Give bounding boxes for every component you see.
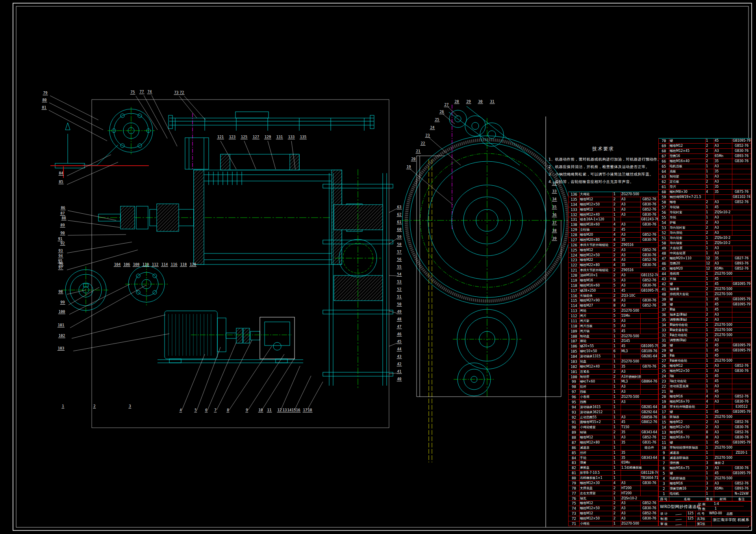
- scale-value: 1:4: [714, 502, 719, 506]
- part-material: 45: [714, 410, 732, 414]
- view-drum-section: [98, 154, 365, 264]
- part-material: 45: [714, 353, 732, 358]
- part-no: 62: [659, 179, 669, 184]
- part-no: 50: [659, 241, 669, 246]
- part-row-102: 102螺钉M12×40135GB70-76: [569, 364, 658, 370]
- part-row-89: 89销轴235GB343-64: [569, 430, 658, 435]
- callout-19: 19: [406, 165, 411, 169]
- part-name: 螺栓M27×90: [579, 298, 613, 303]
- part-material: ZG270-500: [714, 358, 751, 363]
- part-qty: 2: [613, 486, 621, 491]
- callout-90: 90: [60, 231, 65, 235]
- callout-29: 29: [466, 100, 471, 104]
- part-qty: 1: [613, 400, 621, 405]
- callout-8: 8: [226, 408, 229, 412]
- part-no: 36: [659, 312, 669, 317]
- part-row-68: 68螺栓M12×452A3GB30-76: [659, 149, 751, 154]
- sheets-total: 共3张: [697, 517, 705, 521]
- callout-1: 1: [61, 404, 64, 408]
- part-qty: 2: [613, 248, 621, 253]
- part-standard: [640, 451, 658, 455]
- callout-9: 9: [245, 408, 248, 412]
- callout-44: 44: [397, 347, 402, 351]
- part-material: 45: [714, 374, 732, 379]
- part-name: 螺母M16: [669, 394, 705, 399]
- part-row-17: 17键145GB1095-79: [659, 410, 751, 415]
- part-row-118: 118螺栓M16×605A3GB30-76: [569, 283, 658, 288]
- callout-12: 12: [277, 408, 282, 412]
- callout-88: 88: [61, 216, 67, 220]
- part-name: Ⅲ轴: [669, 307, 705, 312]
- part-material: 35: [714, 190, 732, 194]
- part-name: 垫圈20: [669, 261, 705, 266]
- part-material: 35: [621, 238, 640, 242]
- part-qty: 1: [705, 415, 714, 419]
- part-row-2: 2弹簧垫圈16365MnGB93-76: [659, 486, 751, 492]
- part-name: 丝杆: [579, 451, 613, 455]
- callout-72: 72: [180, 91, 185, 95]
- code-suffix: 总图: [726, 512, 733, 516]
- part-row-131: 131链条16A-1×1201GB1243-76: [569, 217, 658, 222]
- part-name: 左右支撑架: [579, 491, 613, 496]
- part-name: Ⅱ轴被动齿轮: [669, 358, 705, 363]
- part-row-42: 42键145GB1095-79: [659, 282, 751, 287]
- part-name: 螺母M12: [579, 501, 613, 506]
- part-material: ZG270-500: [714, 456, 751, 460]
- part-name: 护板: [669, 220, 705, 225]
- part-no: 86: [569, 445, 579, 450]
- part-row-8: 8减速器联轴器1ZG270-500: [659, 456, 751, 461]
- part-no: 69: [659, 144, 669, 148]
- part-row-111: 111闸片架5A3: [569, 319, 658, 324]
- cad-drawing-sheet[interactable]: 7980817577747372848586878889909192939495…: [0, 0, 756, 534]
- part-standard: GB30-76: [640, 263, 658, 268]
- part-qty: 2: [705, 231, 714, 235]
- callout-94: 94: [58, 254, 63, 258]
- part-name: 销轴: [579, 430, 613, 435]
- part-row-136: 136大绳轮1ZG270-500: [569, 192, 658, 197]
- part-qty: 1: [705, 292, 714, 297]
- part-material: [621, 410, 640, 415]
- callout-97: 97: [58, 266, 63, 270]
- part-name: 导向轴套: [669, 241, 705, 246]
- part-row-84: 84手轮135GB343-64: [569, 456, 658, 461]
- part-qty: 2: [613, 511, 621, 516]
- part-no: 32: [659, 333, 669, 338]
- part-material: A3: [621, 278, 640, 283]
- part-name: 螺栓M12×80: [579, 440, 613, 445]
- part-row-125: 125螺母M122A3GB52-76: [569, 248, 658, 253]
- callout-93: 93: [58, 249, 63, 253]
- part-name: 轮盘: [579, 359, 613, 364]
- part-qty: 2: [613, 227, 621, 232]
- part-standard: TB1604-71: [640, 476, 658, 480]
- part-name: 键: [669, 297, 705, 302]
- part-qty: 8: [613, 303, 621, 308]
- part-standard: GB864-76: [640, 379, 658, 384]
- part-qty: 1: [705, 282, 714, 286]
- part-name: 压紧条: [579, 370, 613, 374]
- part-no: 96: [569, 395, 579, 399]
- callout-62: 62: [397, 212, 402, 217]
- tech-requirements-title: 技术要求: [548, 146, 658, 152]
- part-row-23: 23Ⅰ轴主动齿轮145: [659, 379, 751, 384]
- part-row-73: 73螺母M122A3GB52-76: [569, 511, 658, 516]
- part-no: 28: [659, 353, 669, 358]
- part-no: 63: [659, 174, 669, 179]
- part-row-81: 81胶带B-7-10.51GB1128-74: [569, 471, 658, 476]
- part-qty: 1: [705, 379, 714, 384]
- part-no: 100: [569, 375, 579, 379]
- part-row-40: 40排线筒大齿轮1ZG270-500: [659, 292, 751, 297]
- part-row-121: 121单排大节距外啮链轮2Z90516: [569, 268, 658, 273]
- part-no: 91: [569, 420, 579, 425]
- part-no: 51: [659, 236, 669, 240]
- part-no: 61: [659, 185, 669, 189]
- callout-129: 129: [264, 135, 271, 139]
- part-qty: 1: [705, 205, 714, 210]
- part-material: Z90516: [621, 268, 658, 273]
- part-standard: GB93-76: [732, 154, 751, 159]
- part-qty: 1: [705, 164, 714, 169]
- part-material: A3: [714, 246, 732, 251]
- part-name: 电动机: [669, 492, 705, 496]
- part-material: [621, 354, 640, 359]
- part-standard: GB52-76: [732, 481, 751, 486]
- part-material: 45: [621, 420, 640, 425]
